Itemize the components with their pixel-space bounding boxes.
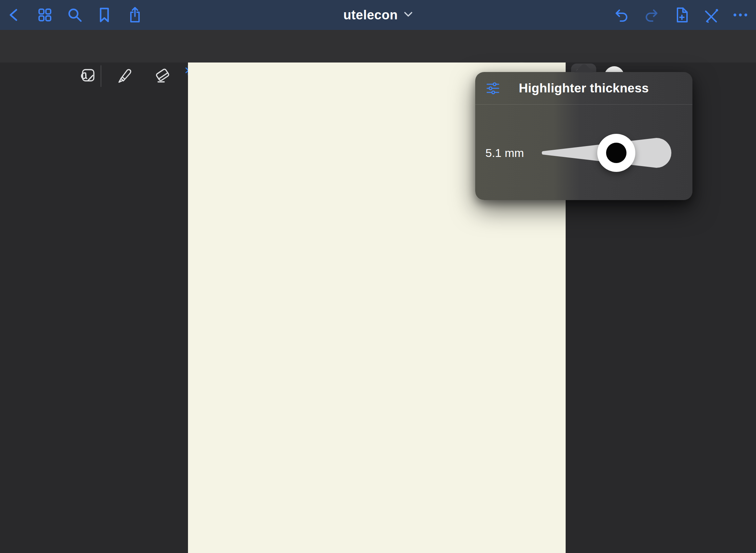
thickness-slider-knob[interactable] xyxy=(597,134,635,172)
page-title: utelecon xyxy=(343,8,398,22)
handwriting-icon xyxy=(78,66,97,87)
tool-bar xyxy=(0,30,756,63)
pen-icon xyxy=(115,66,135,87)
pen-tool[interactable] xyxy=(115,67,134,86)
popover-title: Highlighter thickness xyxy=(475,72,692,105)
slider-knob-dot xyxy=(606,143,626,163)
document-title-button[interactable]: utelecon xyxy=(343,8,413,22)
more-button[interactable] xyxy=(732,6,749,23)
back-button[interactable] xyxy=(6,6,23,23)
thumbnails-button[interactable] xyxy=(36,6,53,23)
popover-arrow xyxy=(574,64,594,72)
chevron-down-icon xyxy=(404,11,413,19)
search-button[interactable] xyxy=(66,6,83,23)
share-icon xyxy=(127,6,143,23)
highlighter-thickness-popover: Highlighter thickness 5.1 mm xyxy=(475,72,692,200)
back-chevron-icon xyxy=(7,7,22,22)
add-page-button[interactable] xyxy=(673,6,690,23)
share-button[interactable] xyxy=(126,6,143,23)
bookmark-icon xyxy=(97,7,112,23)
search-icon xyxy=(67,7,83,23)
undo-button[interactable] xyxy=(613,6,630,23)
more-ellipsis-icon xyxy=(732,7,749,23)
redo-button[interactable] xyxy=(643,6,660,23)
writing-mode-tool[interactable] xyxy=(78,67,97,86)
bookmark-button[interactable] xyxy=(96,6,113,23)
redo-icon xyxy=(643,7,660,23)
thickness-value-label: 5.1 mm xyxy=(485,145,524,161)
add-page-icon xyxy=(673,6,690,23)
pen-disabled-icon xyxy=(702,7,719,23)
toolbar-separator xyxy=(101,65,101,87)
eraser-tool[interactable] xyxy=(153,67,172,86)
nav-bar: utelecon xyxy=(0,0,756,30)
undo-icon xyxy=(613,7,630,23)
eraser-icon xyxy=(153,66,172,87)
popover-header: Highlighter thickness xyxy=(475,72,692,105)
pen-mode-toggle-button[interactable] xyxy=(702,6,719,23)
thumbnails-grid-icon xyxy=(37,7,53,23)
